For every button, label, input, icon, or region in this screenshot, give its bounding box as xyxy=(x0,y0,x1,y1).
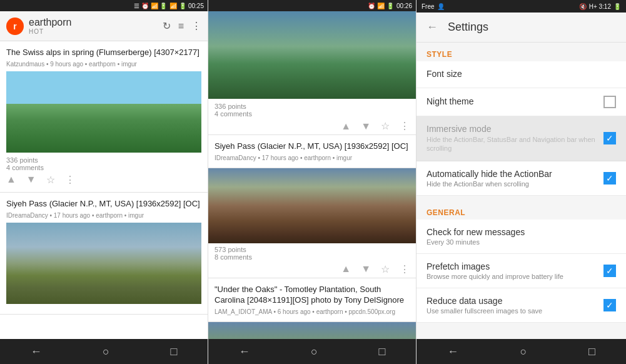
star-icon-top[interactable]: ☆ xyxy=(381,120,390,132)
post2-stats-1: 573 points 8 comments xyxy=(208,243,416,261)
subreddit-title: earthporn xyxy=(29,17,163,28)
status-bar-1: ☰ ⏰ 📶 🔋 📶 🔋 00:25 xyxy=(0,0,208,11)
more-icon-2[interactable]: ⋮ xyxy=(400,263,410,275)
status-bar-2: ⏰ 📶 🔋 00:26 xyxy=(208,0,416,11)
status-time-2: 00:26 xyxy=(396,3,412,9)
prefetch-checkbox[interactable]: ✓ xyxy=(603,265,616,277)
downvote-icon-1[interactable]: ▼ xyxy=(26,174,36,185)
settings-prefetch[interactable]: Prefetch images Browse more quickly and … xyxy=(416,254,626,288)
nav-bar-2: ← ○ □ xyxy=(208,339,416,364)
toolbar-title-area: earthporn HOT xyxy=(29,17,163,35)
hide-actionbar-label: Automatically hide the ActionBar xyxy=(427,169,603,179)
post2-image-1 xyxy=(208,168,416,243)
post2-meta-1: IDreamaDancy • 17 hours ago • earthporn … xyxy=(215,154,410,161)
home-nav-icon-3[interactable]: ○ xyxy=(520,345,527,358)
check-messages-label: Check for new messages xyxy=(427,227,616,237)
toolbar-actions: ↻ ≡ ⋮ xyxy=(163,20,201,32)
post2-actions-top: ▲ ▼ ☆ ⋮ xyxy=(208,118,416,135)
post-meta-1: Katzundmaus • 9 hours ago • earthporn • … xyxy=(6,61,201,68)
subreddit-tag: HOT xyxy=(29,28,163,35)
post2-item-1[interactable]: Siyeh Pass (Glacier N.P., MT, USA) [1936… xyxy=(208,135,416,168)
post-actions-1: ▲ ▼ ☆ ⋮ xyxy=(6,174,201,186)
post2-actions-1: ▲ ▼ ☆ ⋮ xyxy=(208,261,416,278)
post-stats-1: 336 points 4 comments xyxy=(6,156,201,171)
status-time-1: 📶 🔋 00:25 xyxy=(169,3,204,9)
post2-title-1: Siyeh Pass (Glacier N.P., MT, USA) [1936… xyxy=(215,141,410,152)
post-image-1 xyxy=(6,71,201,153)
status-left-3: Free 👤 xyxy=(422,3,445,10)
home-nav-icon-1[interactable]: ○ xyxy=(103,345,109,358)
status-icons-2: ⏰ 📶 🔋 xyxy=(368,3,394,9)
general-section-header: GENERAL xyxy=(416,201,626,220)
settings-title: Settings xyxy=(448,21,488,34)
reduce-data-label: Reduce data usage xyxy=(427,296,603,306)
reduce-data-checkbox[interactable]: ✓ xyxy=(603,299,616,311)
back-nav-icon-3[interactable]: ← xyxy=(447,345,458,358)
settings-night-theme[interactable]: Night theme xyxy=(416,88,626,116)
upvote-icon-2[interactable]: ▲ xyxy=(341,263,351,275)
status-icons-1: ☰ ⏰ 📶 🔋 xyxy=(134,3,167,9)
reddit-status-icon: 👤 xyxy=(437,3,445,10)
toolbar-1: r earthporn HOT ↻ ≡ ⋮ xyxy=(0,11,208,41)
star-icon-1[interactable]: ☆ xyxy=(46,174,55,186)
post-title-2: Siyeh Pass (Glacier N.P., MT, USA) [1936… xyxy=(6,199,201,210)
night-theme-checkbox[interactable] xyxy=(603,96,616,108)
back-nav-icon-1[interactable]: ← xyxy=(31,345,42,358)
reddit-icon: r xyxy=(6,18,24,35)
star-icon-2[interactable]: ☆ xyxy=(381,263,390,275)
post2-stats-top: 336 points 4 comments xyxy=(208,99,416,118)
post-item-1[interactable]: The Swiss alps in spring (Flumserberge) … xyxy=(0,41,208,193)
refresh-icon[interactable]: ↻ xyxy=(163,20,171,32)
reduce-data-subtitle: Use smaller fullscreen images to save xyxy=(427,307,603,315)
settings-immersive: Immersive mode Hide the ActionBar, Statu… xyxy=(416,116,626,161)
settings-check-messages[interactable]: Check for new messages Every 30 minutes xyxy=(416,220,626,254)
style-section-header: STYLE xyxy=(416,43,626,61)
settings-font-size[interactable]: Font size xyxy=(416,61,626,88)
recent-nav-icon-1[interactable]: □ xyxy=(170,345,177,358)
post-title-1: The Swiss alps in spring (Flumserberge) … xyxy=(6,48,201,58)
panel2-top-image xyxy=(208,11,416,99)
settings-hide-actionbar[interactable]: Automatically hide the ActionBar Hide th… xyxy=(416,161,626,196)
feed-2: 336 points 4 comments ▲ ▼ ☆ ⋮ Siyeh Pass… xyxy=(208,99,416,339)
recent-nav-icon-3[interactable]: □ xyxy=(588,345,595,358)
prefetch-subtitle: Browse more quickly and improve battery … xyxy=(427,273,603,280)
network-status: H+ 3:12 xyxy=(589,3,611,10)
hide-actionbar-checkbox[interactable]: ✓ xyxy=(603,172,616,185)
font-size-label: Font size xyxy=(427,69,616,79)
free-badge: Free xyxy=(422,3,435,10)
upvote-icon-top[interactable]: ▲ xyxy=(341,121,351,132)
downvote-icon-top[interactable]: ▼ xyxy=(361,121,371,132)
downvote-icon-2[interactable]: ▼ xyxy=(361,263,371,275)
panel3-toolbar: ← Settings xyxy=(416,13,626,43)
prefetch-label: Prefetch images xyxy=(427,261,603,271)
night-theme-label: Night theme xyxy=(427,96,603,106)
battery-icon: 🔋 xyxy=(613,3,621,10)
settings-reduce-data[interactable]: Reduce data usage Use smaller fullscreen… xyxy=(416,288,626,323)
nav-bar-3: ← ○ □ xyxy=(416,339,626,364)
back-button-3[interactable]: ← xyxy=(427,21,438,34)
filter-icon[interactable]: ≡ xyxy=(178,21,184,32)
post-item-2[interactable]: Siyeh Pass (Glacier N.P., MT, USA) [1936… xyxy=(0,193,208,315)
panel-2: ⏰ 📶 🔋 00:26 336 points 4 comments ▲ ▼ ☆ … xyxy=(208,0,416,364)
panel-3: Free 👤 🔇 H+ 3:12 🔋 ← Settings STYLE Font… xyxy=(416,0,626,364)
post2-image-2 xyxy=(208,322,416,339)
post2-item-2[interactable]: "Under the Oaks" - Tomotley Plantation, … xyxy=(208,278,416,322)
more-icon-top[interactable]: ⋮ xyxy=(400,120,410,132)
signal-icon: 🔇 xyxy=(579,3,587,10)
immersive-subtitle: Hide the ActionBar, StatusBar and Naviga… xyxy=(427,135,603,153)
post-image-2 xyxy=(6,223,201,304)
nav-bar-1: ← ○ □ xyxy=(0,339,208,364)
back-nav-icon-2[interactable]: ← xyxy=(239,345,250,358)
hide-actionbar-subtitle: Hide the ActionBar when scrolling xyxy=(427,180,603,188)
home-nav-icon-2[interactable]: ○ xyxy=(311,345,318,358)
more-icon[interactable]: ⋮ xyxy=(191,20,201,32)
upvote-icon-1[interactable]: ▲ xyxy=(6,174,16,185)
immersive-checkbox: ✓ xyxy=(603,132,616,144)
recent-nav-icon-2[interactable]: □ xyxy=(378,345,385,358)
check-messages-subtitle: Every 30 minutes xyxy=(427,238,616,246)
post-meta-2: IDreamaDancy • 17 hours ago • earthporn … xyxy=(6,212,201,219)
settings-content: STYLE Font size Night theme Immersive mo… xyxy=(416,43,626,339)
panel-1: ☰ ⏰ 📶 🔋 📶 🔋 00:25 r earthporn HOT ↻ ≡ ⋮ … xyxy=(0,0,208,364)
more-icon-1[interactable]: ⋮ xyxy=(65,174,75,186)
immersive-label: Immersive mode xyxy=(427,124,603,134)
